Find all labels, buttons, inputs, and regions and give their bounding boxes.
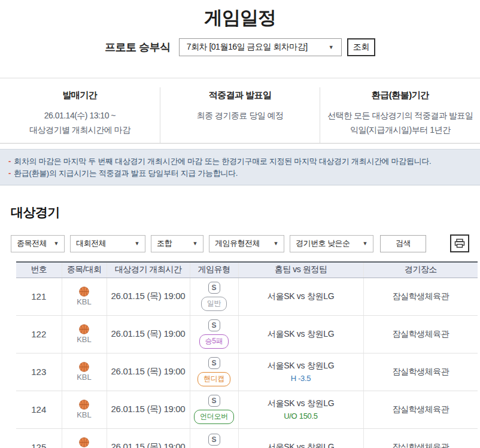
table-row[interactable]: 124KBL26.01.15 (목) 19:00S언더오버서울SK vs 창원L… [16, 391, 478, 428]
game-time: 26.01.15 (목) 19:00 [107, 315, 190, 353]
inquiry-button[interactable]: 조회 [347, 38, 375, 56]
single-purchase-icon: S [208, 282, 220, 294]
game-type-cell: SSUM [190, 428, 238, 448]
notice-text: 회차의 마감은 마지막 두 번째 대상경기 개최시간에 마감 또는 한경기구매로… [14, 157, 431, 166]
info-line: 26.01.14(수) 13:10 ~ [6, 108, 154, 123]
sport-league-cell: KBL [62, 278, 107, 315]
table-row[interactable]: 125KBL26.01.15 (목) 19:00SSUM서울SK vs 창원LG… [16, 428, 478, 448]
game-type-cell: S승5패 [190, 315, 238, 353]
venue-label: 잠실학생체육관 [363, 278, 478, 315]
game-number: 123 [16, 353, 62, 391]
printer-icon [454, 239, 465, 248]
col-header-type: 게임유형 [190, 262, 238, 278]
teams-cell: 서울SK vs 창원LGH -3.5 [238, 353, 363, 391]
filter-label: 게임유형전체 [215, 238, 260, 249]
teams-cell: 서울SK vs 창원LGU/O 150.5 [238, 391, 363, 428]
game-time: 26.01.15 (목) 19:00 [107, 391, 190, 428]
teams-label: 서울SK vs 창원LG [239, 361, 363, 371]
filter-label: 종목전체 [17, 238, 47, 249]
info-title: 발매기간 [6, 90, 154, 101]
notice-band: -회차의 마감은 마지막 두 번째 대상경기 개최시간에 마감 또는 한경기구매… [0, 149, 480, 185]
game-time: 26.01.15 (목) 19:00 [107, 278, 190, 315]
league-label: KBL [62, 297, 107, 306]
handicap-line: H -3.5 [239, 374, 363, 383]
divider [0, 143, 480, 144]
bullet: - [8, 169, 11, 178]
game-number: 122 [16, 315, 62, 353]
notice-line: -회차의 마감은 마지막 두 번째 대상경기 개최시간에 마감 또는 한경기구매… [8, 156, 472, 167]
sport-league-cell: KBL [62, 428, 107, 448]
page-title: 게임일정 [0, 0, 480, 31]
info-line: 대상경기별 개최시간에 마감 [6, 123, 154, 137]
handicap-line: U/O 150.5 [239, 412, 363, 420]
info-title: 적중결과 발표일 [166, 90, 314, 101]
games-table-body: 121KBL26.01.15 (목) 19:00S일반서울SK vs 창원LG잠… [16, 278, 478, 448]
teams-label: 서울SK vs 창원LG [239, 442, 363, 448]
section-title: 대상경기 [11, 204, 480, 221]
filter-sport[interactable]: 종목전체▼ [11, 235, 65, 252]
round-selector-row: 프로토 승부식 7회차 [01월16일 금요일 회차마감] ▼ 조회 [0, 38, 480, 56]
filter-sort-order[interactable]: 경기번호 낮은순▼ [290, 235, 373, 252]
table-row[interactable]: 123KBL26.01.15 (목) 19:00S핸디캡서울SK vs 창원LG… [16, 353, 478, 391]
print-button[interactable] [450, 234, 469, 252]
chevron-down-icon: ▼ [54, 240, 59, 246]
table-header-row: 번호 종목/대회 대상경기 개최시간 게임유형 홈팀 vs 원정팀 경기장소 [16, 262, 478, 278]
chevron-down-icon: ▼ [274, 240, 278, 246]
single-purchase-icon: S [208, 319, 220, 331]
teams-label: 서울SK vs 창원LG [239, 291, 363, 302]
proto-type-label: 프로토 승부식 [105, 40, 171, 54]
filter-label: 조합 [157, 238, 172, 249]
col-header-teams: 홈팀 vs 원정팀 [238, 262, 363, 278]
game-type-cell: S핸디캡 [190, 353, 238, 391]
basketball-icon [79, 437, 89, 447]
chevron-down-icon: ▼ [363, 240, 367, 246]
info-result-date: 적중결과 발표일 최종 경기종료 당일 예정 [160, 87, 320, 143]
info-line: 선택한 모든 대상경기의 적중결과 발표일 [326, 108, 474, 123]
filter-combination[interactable]: 조합▼ [151, 235, 203, 252]
search-button[interactable]: 검색 [380, 235, 426, 252]
notice-line: -환급(환불)의 지급시기는 적중결과 발표 당일부터 지급 가능합니다. [8, 167, 472, 179]
sport-league-cell: KBL [62, 391, 107, 428]
game-type-badge: 핸디캡 [198, 372, 230, 386]
game-number: 124 [16, 391, 62, 428]
basketball-icon [79, 324, 89, 334]
sport-league-cell: KBL [62, 353, 107, 391]
info-strip: 발매기간 26.01.14(수) 13:10 ~ 대상경기별 개최시간에 마감 … [0, 78, 480, 143]
game-type-cell: S언더오버 [190, 391, 238, 428]
venue-label: 잠실학생체육관 [363, 315, 478, 353]
game-type-badge: 일반 [201, 297, 227, 311]
single-purchase-icon: S [208, 395, 220, 407]
filter-game-type[interactable]: 게임유형전체▼ [209, 235, 284, 252]
sport-league-cell: KBL [62, 315, 107, 353]
round-select[interactable]: 7회차 [01월16일 금요일 회차마감] ▼ [179, 38, 342, 56]
teams-cell: 서울SK vs 창원LG [238, 428, 363, 448]
game-type-badge: 승5패 [199, 334, 229, 349]
venue-label: 잠실학생체육관 [363, 353, 478, 391]
teams-cell: 서울SK vs 창원LG [238, 278, 363, 315]
game-type-cell: S일반 [190, 278, 238, 315]
basketball-icon [79, 362, 89, 372]
info-line: 최종 경기종료 당일 예정 [166, 108, 314, 123]
league-label: KBL [62, 373, 107, 382]
col-header-sport: 종목/대회 [62, 262, 107, 278]
bullet: - [8, 157, 11, 166]
game-number: 125 [16, 428, 62, 448]
game-number: 121 [16, 278, 62, 315]
venue-label: 잠실학생체육관 [363, 391, 478, 428]
filter-row: 종목전체▼ 대회전체▼ 조합▼ 게임유형전체▼ 경기번호 낮은순▼ 검색 [11, 234, 469, 252]
league-label: KBL [62, 335, 107, 344]
basketball-icon [79, 287, 89, 297]
info-sale-period: 발매기간 26.01.14(수) 13:10 ~ 대상경기별 개최시간에 마감 [0, 87, 160, 143]
chevron-down-icon: ▼ [135, 240, 139, 246]
teams-label: 서울SK vs 창원LG [239, 398, 363, 409]
table-row[interactable]: 122KBL26.01.15 (목) 19:00S승5패서울SK vs 창원LG… [16, 315, 478, 353]
table-row[interactable]: 121KBL26.01.15 (목) 19:00S일반서울SK vs 창원LG잠… [16, 278, 478, 315]
single-purchase-icon: S [208, 357, 220, 369]
game-time: 26.01.15 (목) 19:00 [107, 353, 190, 391]
venue-label: 잠실학생체육관 [363, 428, 478, 448]
single-purchase-icon: S [208, 434, 220, 446]
filter-competition[interactable]: 대회전체▼ [70, 235, 145, 252]
chevron-down-icon: ▼ [329, 44, 334, 50]
filter-label: 경기번호 낮은순 [296, 238, 350, 249]
info-line: 익일(지급개시일)부터 1년간 [326, 123, 474, 137]
